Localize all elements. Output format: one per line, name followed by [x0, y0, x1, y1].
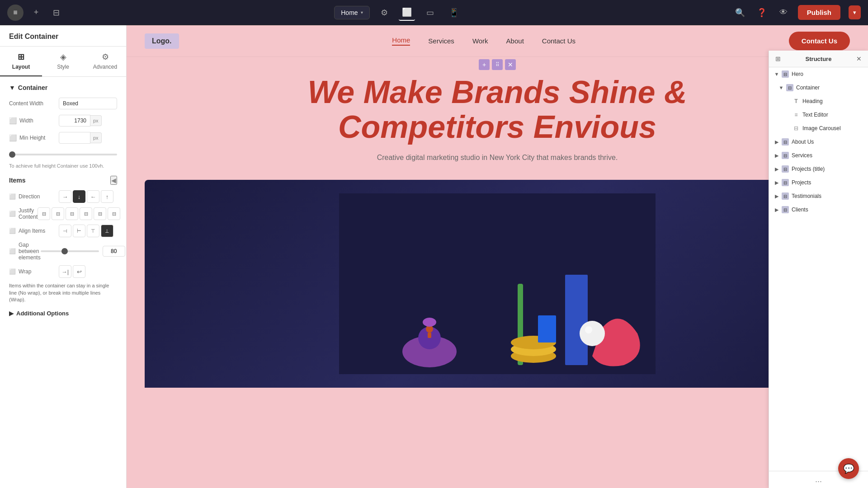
min-height-slider[interactable] [9, 154, 117, 155]
nav-about[interactable]: About [506, 37, 524, 45]
tree-toggle-projects-title[interactable]: ▶ [774, 166, 780, 172]
tab-advanced[interactable]: ⚙ Advanced [84, 47, 126, 76]
no-wrap-button[interactable]: →| [59, 265, 71, 278]
home-tab[interactable]: Home ▾ [334, 6, 369, 19]
tree-item-testimonials[interactable]: ▶ ⊟ Testimonials [769, 189, 868, 203]
align-end-button[interactable]: ⊤ [87, 225, 99, 237]
items-collapse-button[interactable]: ◀ [110, 176, 117, 185]
close-button[interactable]: ✕ [505, 59, 516, 70]
tree-icon-heading: T [793, 98, 800, 105]
tree-toggle-hero[interactable]: ▼ [774, 71, 780, 77]
add-element-button[interactable]: + [29, 5, 43, 20]
gap-slider[interactable] [41, 250, 99, 252]
direction-up-button[interactable]: ↑ [101, 190, 113, 203]
tree-label-testimonials: Testimonials [792, 193, 821, 199]
tree-toggle-testimonials[interactable]: ▶ [774, 193, 780, 199]
nav-home[interactable]: Home [392, 36, 410, 46]
gap-row: ⬜ Gap between elements px [9, 242, 117, 261]
min-height-input[interactable] [59, 132, 90, 144]
left-panel-body: ▼ Container Content Width Boxed Full Wid… [0, 77, 126, 488]
tree-toggle-services[interactable]: ▶ [774, 153, 780, 159]
additional-options-section[interactable]: ▶ Additional Options [9, 310, 117, 317]
direction-down-button[interactable]: ↓ [73, 190, 85, 203]
structure-panel-close-button[interactable]: ✕ [856, 55, 862, 62]
menu-icon: ≡ [13, 9, 17, 17]
preview-button[interactable]: 👁 [776, 5, 791, 20]
publish-button[interactable]: Publish [798, 5, 840, 20]
justify-center-button[interactable]: ⊟ [52, 207, 64, 220]
tree-toggle-clients[interactable]: ▶ [774, 207, 780, 213]
align-start-button[interactable]: ⊣ [59, 225, 71, 237]
align-center-button[interactable]: ⊢ [73, 225, 85, 237]
layers-button[interactable]: ⊟ [49, 5, 63, 20]
site-nav: Logo. Home Services Work About Contact U… [127, 25, 868, 57]
tree-item-image-carousel[interactable]: ▶ ⊟ Image Carousel [769, 122, 868, 135]
tree-toggle-heading: ▶ [784, 99, 791, 104]
layout-tab-icon: ⊞ [18, 52, 24, 62]
tab-layout[interactable]: ⊞ Layout [0, 47, 42, 76]
min-height-input-group: px [59, 132, 117, 144]
wrap-row: ⬜ Wrap →| ↩ [9, 265, 117, 278]
align-buttons: ⊣ ⊢ ⊤ ⊥ [59, 225, 113, 237]
nav-contact[interactable]: Contact Us [542, 37, 576, 45]
site-logo[interactable]: Logo. [145, 33, 179, 49]
direction-right-button[interactable]: → [59, 190, 71, 203]
justify-space-around-button[interactable]: ⊟ [94, 207, 106, 220]
direction-left-button[interactable]: ← [87, 190, 99, 203]
tree-icon-projects: ⊟ [782, 179, 789, 186]
tree-icon-container: ⊟ [786, 84, 793, 91]
justify-space-between-button[interactable]: ⊟ [80, 207, 92, 220]
nav-services[interactable]: Services [428, 37, 454, 45]
justify-space-evenly-button[interactable]: ⊟ [108, 207, 120, 220]
wrap-button[interactable]: ↩ [73, 265, 85, 278]
content-width-control: Boxed Full Width [59, 98, 117, 109]
drag-button[interactable]: ⠿ [492, 59, 503, 70]
publish-dropdown-button[interactable]: ▾ [849, 5, 861, 19]
container-section-title[interactable]: ▼ Container [9, 84, 117, 91]
desktop-view-button[interactable]: ⬜ [399, 5, 415, 21]
tree-item-text-editor[interactable]: ▶ ≡ Text Editor [769, 108, 868, 122]
width-input[interactable] [59, 115, 90, 127]
justify-end-button[interactable]: ⊟ [66, 207, 78, 220]
justify-start-button[interactable]: ⊟ [38, 207, 50, 220]
tablet-view-button[interactable]: ▭ [422, 5, 439, 21]
tree-toggle-about-us[interactable]: ▶ [774, 139, 780, 145]
nav-cta-button[interactable]: Contact Us [789, 32, 850, 50]
search-button[interactable]: 🔍 [733, 5, 747, 20]
tree-item-services[interactable]: ▶ ⊟ Services [769, 149, 868, 162]
tree-icon-about-us: ⊟ [782, 138, 789, 145]
tree-toggle-projects[interactable]: ▶ [774, 180, 780, 186]
svg-rect-2 [565, 275, 588, 365]
left-panel-title: Edit Container [9, 33, 117, 41]
tree-item-projects-title[interactable]: ▶ ⊟ Projects (title) [769, 162, 868, 176]
home-tab-label: Home [341, 9, 358, 16]
chat-bubble[interactable]: 💬 [838, 458, 859, 479]
items-section-title: Items ◀ [9, 176, 117, 185]
width-control: px [59, 115, 117, 127]
structure-panel-add-button[interactable]: ⊞ [775, 55, 781, 62]
tree-item-about-us[interactable]: ▶ ⊟ About Us [769, 135, 868, 149]
tree-item-hero[interactable]: ▼ ⊟ Hero [769, 67, 868, 81]
align-stretch-button[interactable]: ⊥ [101, 225, 113, 237]
gap-value-input[interactable] [103, 246, 125, 257]
nav-work[interactable]: Work [472, 37, 488, 45]
container-hint: To achieve full height Container use 100… [9, 163, 117, 169]
style-tab-icon: ◈ [60, 52, 66, 62]
page-settings-button[interactable]: ⚙ [377, 5, 392, 20]
tree-item-clients[interactable]: ▶ ⊟ Clients [769, 203, 868, 216]
tree-item-container[interactable]: ▼ ⊟ Container [769, 81, 868, 94]
tab-style[interactable]: ◈ Style [42, 47, 84, 76]
content-width-select[interactable]: Boxed Full Width [59, 98, 117, 109]
structure-panel-body: ▼ ⊟ Hero ▼ ⊟ Container ▶ T Heading [769, 67, 868, 471]
mobile-view-button[interactable]: 📱 [446, 5, 462, 21]
help-button[interactable]: ❓ [755, 5, 769, 20]
additional-options-label: Additional Options [16, 310, 69, 317]
home-tab-arrow: ▾ [361, 10, 363, 15]
tree-item-heading[interactable]: ▶ T Heading [769, 94, 868, 108]
tree-label-container: Container [796, 84, 820, 91]
tree-item-projects[interactable]: ▶ ⊟ Projects [769, 176, 868, 189]
tree-toggle-container[interactable]: ▼ [778, 85, 784, 90]
tree-icon-hero: ⊟ [782, 70, 789, 78]
main-menu-button[interactable]: ≡ [7, 5, 24, 21]
move-button[interactable]: + [479, 59, 490, 70]
